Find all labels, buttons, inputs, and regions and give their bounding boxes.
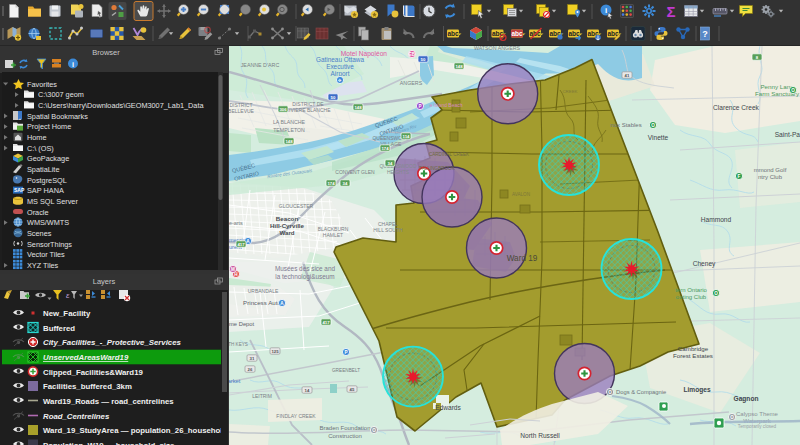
svg-text:North Russell: North Russell [520, 432, 560, 439]
svg-text:TH KEYS: TH KEYS [229, 342, 248, 347]
svg-text:O: O [372, 428, 376, 433]
svg-text:O: O [730, 415, 734, 420]
svg-text:O: O [651, 123, 655, 128]
svg-text:F: F [738, 174, 741, 179]
svg-text:ANGERS: ANGERS [400, 80, 423, 86]
svg-text:Population_W19 — household_siz: Population_W19 — household_size [43, 441, 175, 445]
svg-text:HEIGHTS: HEIGHTS [387, 169, 410, 175]
svg-text:148: 148 [354, 105, 362, 110]
svg-text:50: 50 [421, 57, 426, 62]
svg-text:O: O [791, 88, 795, 93]
svg-text:Ward19_Roads — road_centreline: Ward19_Roads — road_centrelines [43, 397, 174, 406]
svg-text:Vinette: Vinette [648, 134, 669, 141]
svg-text:45: 45 [350, 387, 355, 392]
svg-text:Vector Tiles: Vector Tiles [27, 250, 65, 259]
svg-text:31: 31 [250, 356, 255, 361]
svg-text:417: 417 [322, 320, 330, 325]
svg-text:Buffered: Buffered [43, 324, 75, 333]
svg-text:Σ: Σ [666, 3, 675, 20]
svg-text:MS SQL Server: MS SQL Server [27, 197, 78, 206]
svg-text:Layers: Layers [93, 277, 116, 286]
svg-text:Gatineau Ottawa: Gatineau Ottawa [316, 56, 364, 63]
svg-text:C:\3007 geom: C:\3007 geom [38, 90, 84, 99]
svg-text:abc: abc [447, 30, 459, 37]
svg-text:GeoPackage: GeoPackage [27, 154, 69, 163]
svg-text:SensorThings: SensorThings [27, 240, 72, 249]
svg-text:RIVIERE BLANCHE: RIVIERE BLANCHE [285, 107, 331, 113]
svg-text:Construction: Construction [328, 433, 362, 439]
svg-text:City_Facilities_-_Protective_S: City_Facilities_-_Protective_Services [43, 338, 181, 347]
svg-text:HAMLET: HAMLET [323, 232, 343, 238]
svg-text:Musées des sice and: Musées des sice and [275, 265, 335, 272]
svg-text:PostgreSQL: PostgreSQL [27, 176, 67, 185]
svg-text:FINDLAY CREEK: FINDLAY CREEK [276, 413, 316, 419]
svg-text:34: 34 [388, 161, 393, 166]
svg-text:ntry Club: ntry Club [758, 174, 783, 180]
svg-text:Hill-Cyrville: Hill-Cyrville [270, 222, 305, 229]
svg-text:Forest Estates: Forest Estates [673, 352, 713, 359]
svg-text:174: 174 [327, 181, 335, 186]
svg-text:HILL SOUTH: HILL SOUTH [373, 227, 403, 233]
svg-text:LA BLANCHE: LA BLANCHE [273, 119, 306, 125]
svg-text:abc: abc [511, 30, 523, 37]
svg-text:ε: ε [66, 291, 70, 300]
svg-text:M: M [231, 267, 235, 272]
svg-text:14: 14 [305, 388, 310, 393]
svg-text:P: P [344, 350, 347, 355]
svg-text:LEITRIM: LEITRIM [252, 393, 272, 399]
svg-text:125: 125 [271, 349, 279, 354]
svg-text:CREEK: CREEK [562, 89, 577, 94]
svg-text:Cheney: Cheney [693, 260, 716, 268]
svg-text:AVALON: AVALON [512, 192, 530, 197]
svg-text:Hammond: Hammond [701, 216, 732, 223]
svg-text:O: O [714, 291, 718, 296]
svg-text:Scenes: Scenes [27, 229, 52, 238]
svg-text:C:\ (OS): C:\ (OS) [27, 144, 54, 153]
svg-text:Executive: Executive [326, 63, 354, 70]
svg-text:34: 34 [343, 181, 348, 186]
svg-text:Calypso Theme: Calypso Theme [736, 411, 779, 417]
svg-text:GLOUCESTER: GLOUCESTER [279, 203, 314, 209]
svg-text:UnservedAreasWard19: UnservedAreasWard19 [43, 353, 129, 362]
svg-text:i: i [72, 60, 74, 69]
svg-text:Edwards: Edwards [435, 404, 461, 411]
svg-text:abc: abc [568, 30, 580, 37]
svg-text:306: 306 [279, 107, 287, 112]
svg-text:ome Depot: ome Depot [229, 321, 255, 327]
svg-text:Gagnon: Gagnon [734, 395, 759, 403]
svg-text:Home: Home [27, 133, 46, 142]
svg-text:148: 148 [285, 139, 293, 144]
svg-text:148: 148 [455, 64, 463, 69]
svg-text:Braden Foundation: Braden Foundation [319, 425, 370, 431]
svg-text:Limoges: Limoges [683, 386, 710, 394]
svg-text:Ward_19_StudyArea — population: Ward_19_StudyArea — population_26_househ… [43, 426, 228, 435]
svg-text:Browser: Browser [92, 48, 120, 57]
svg-text:Ward 19: Ward 19 [507, 254, 538, 263]
svg-text:ooting Club: ooting Club [676, 294, 707, 300]
svg-text:41: 41 [625, 73, 630, 78]
svg-text:CONVENT GLEN: CONVENT GLEN [335, 169, 375, 175]
svg-text:Beacon: Beacon [276, 215, 299, 222]
svg-text:WATSON ANGERS: WATSON ANGERS [474, 46, 521, 51]
svg-text:Project Home: Project Home [27, 122, 71, 131]
svg-text:URBANDALE: URBANDALE [248, 288, 279, 294]
svg-text:FALLINGBROOK: FALLINGBROOK [419, 166, 455, 171]
svg-text:O: O [608, 390, 612, 395]
svg-text:mmond Golf: mmond Golf [754, 167, 787, 173]
svg-text:Favorites: Favorites [27, 80, 57, 89]
svg-text:Oracle: Oracle [27, 208, 49, 217]
svg-text:26: 26 [248, 367, 253, 372]
svg-text:Penny Lane: Penny Lane [760, 83, 794, 90]
svg-text:Saint-Pa: Saint-Pa [775, 131, 800, 138]
svg-text:tern Ontario: tern Ontario [675, 287, 707, 293]
svg-text:e-arts: e-arts [229, 220, 243, 226]
svg-text:Temporarily closed: Temporarily closed [738, 424, 777, 429]
svg-text:CARDINAL CREEK: CARDINAL CREEK [429, 152, 470, 157]
svg-text:New_Facility: New_Facility [43, 309, 91, 318]
svg-text:174: 174 [381, 146, 389, 151]
svg-text:Motel Napoléon: Motel Napoléon [341, 50, 388, 58]
svg-text:GREENBELT: GREENBELT [332, 368, 360, 373]
svg-text:P: P [418, 104, 421, 109]
svg-text:Spatial Bookmarks: Spatial Bookmarks [27, 112, 88, 121]
svg-text:Facilities_buffered_3km: Facilities_buffered_3km [43, 382, 132, 391]
